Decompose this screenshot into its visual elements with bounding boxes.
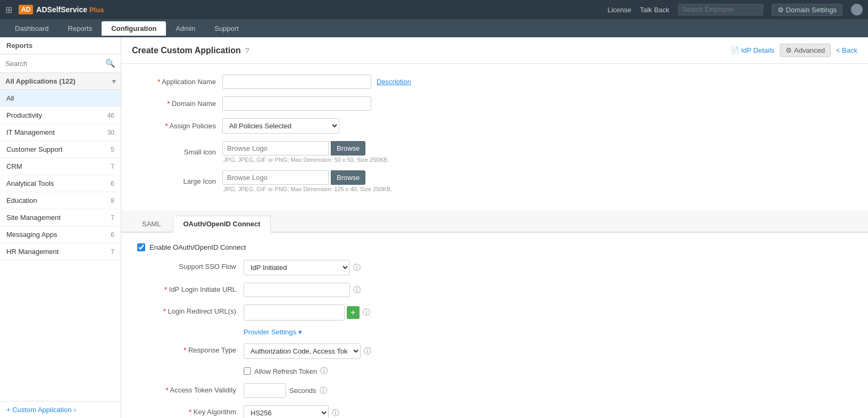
provider-settings-link[interactable]: Provider Settings ▾ bbox=[244, 328, 302, 336]
support-sso-info-icon[interactable]: ⓘ bbox=[353, 263, 361, 273]
tab-dashboard[interactable]: Dashboard bbox=[5, 21, 59, 36]
large-icon-browse-button[interactable]: Browse bbox=[331, 170, 365, 185]
sidebar-item-crm[interactable]: CRM 7 bbox=[0, 158, 121, 175]
search-icon: 🔍 bbox=[105, 59, 115, 68]
allow-refresh-token-checkbox[interactable] bbox=[244, 367, 251, 375]
response-type-info-icon[interactable]: ⓘ bbox=[364, 347, 371, 356]
domain-name-input[interactable] bbox=[222, 96, 371, 111]
large-icon-hint: JPG, JPEG, GIF or PNG; Max Dimension: 12… bbox=[223, 186, 392, 192]
advanced-label: Advanced bbox=[794, 46, 825, 54]
application-name-row: * Application Name Description bbox=[137, 75, 852, 89]
required-star7: * bbox=[166, 386, 169, 394]
required-star4: * bbox=[164, 285, 167, 293]
support-sso-select[interactable]: IdP Initiated SP Initiated bbox=[244, 260, 350, 275]
domain-settings-button[interactable]: ⚙ Domain Settings bbox=[772, 4, 842, 16]
sidebar-item-customer-support[interactable]: Customer Support 5 bbox=[0, 141, 121, 158]
login-redirect-control: + ⓘ bbox=[244, 305, 852, 321]
key-algorithm-select[interactable]: HS256 RS256 bbox=[244, 405, 329, 418]
response-type-row: * Response Type Authorization Code, Acce… bbox=[137, 343, 852, 359]
provider-settings-label: Provider Settings bbox=[244, 328, 296, 336]
sidebar-item-customer-support-count: 5 bbox=[111, 146, 114, 153]
sidebar-search-input[interactable] bbox=[5, 60, 105, 68]
access-token-validity-label: * Access Token Validity bbox=[137, 383, 244, 394]
sidebar-item-analytical-tools-label: Analytical Tools bbox=[6, 179, 54, 187]
tab-admin[interactable]: Admin bbox=[166, 21, 205, 36]
grid-icon[interactable]: ⊞ bbox=[5, 5, 12, 15]
tab-saml[interactable]: SAML bbox=[132, 216, 171, 232]
sidebar-item-analytical-tools[interactable]: Analytical Tools 6 bbox=[0, 175, 121, 192]
tab-configuration[interactable]: Configuration bbox=[102, 21, 166, 36]
sidebar-search-container: 🔍 bbox=[0, 54, 121, 73]
advanced-button[interactable]: ⚙ Advanced bbox=[780, 44, 831, 57]
assign-policies-label: * Assign Policies bbox=[137, 122, 222, 130]
assign-policies-row: * Assign Policies All Policies Selected … bbox=[137, 118, 852, 134]
sidebar-item-messaging-apps-count: 6 bbox=[111, 231, 114, 239]
tab-bar: SAML OAuth/OpenID Connect bbox=[121, 210, 868, 233]
domain-name-label: * Domain Name bbox=[137, 100, 222, 108]
support-sso-label: Support SSO Flow bbox=[137, 260, 244, 271]
response-type-control: Authorization Code, Access Token, ID ⓘ bbox=[244, 343, 852, 359]
user-avatar[interactable] bbox=[851, 4, 863, 15]
page-header-right: 📄 IdP Details ⚙ Advanced < Back bbox=[731, 44, 857, 57]
application-name-input[interactable] bbox=[222, 75, 371, 89]
key-algorithm-info-icon[interactable]: ⓘ bbox=[332, 408, 339, 418]
login-redirect-url-input[interactable] bbox=[244, 305, 345, 321]
domain-name-row: * Domain Name bbox=[137, 96, 852, 111]
add-url-button[interactable]: + bbox=[347, 306, 360, 319]
license-link[interactable]: License bbox=[607, 6, 631, 14]
sidebar-item-crm-label: CRM bbox=[6, 162, 22, 170]
url-add-row: + bbox=[244, 305, 360, 321]
tab-support[interactable]: Support bbox=[205, 21, 248, 36]
all-applications-header[interactable]: All Applications (122) ▾ bbox=[0, 73, 121, 90]
description-link[interactable]: Description bbox=[377, 78, 411, 86]
login-redirect-row: * Login Redirect URL(s) + ⓘ bbox=[137, 305, 852, 321]
small-icon-input[interactable] bbox=[222, 141, 329, 155]
login-redirect-label: * Login Redirect URL(s) bbox=[137, 305, 244, 315]
logo-text: ADSelfService Plus bbox=[36, 5, 104, 14]
tab-oauth[interactable]: OAuth/OpenID Connect bbox=[173, 216, 270, 233]
enable-oauth-row: Enable OAuth/OpenID Connect bbox=[137, 243, 852, 251]
sidebar-item-all[interactable]: All bbox=[0, 90, 121, 107]
idp-login-url-info-icon[interactable]: ⓘ bbox=[353, 285, 361, 295]
sidebar-item-site-management[interactable]: Site Management 7 bbox=[0, 209, 121, 226]
assign-policies-select[interactable]: All Policies Selected Custom bbox=[222, 118, 339, 134]
refresh-token-info-icon[interactable]: ⓘ bbox=[320, 366, 328, 376]
sidebar-item-messaging-apps[interactable]: Messaging Apps 6 bbox=[0, 226, 121, 243]
large-icon-wrapper: Browse JPG, JPEG, GIF or PNG; Max Dimens… bbox=[222, 170, 392, 192]
response-type-label: * Response Type bbox=[137, 343, 244, 354]
large-icon-input[interactable] bbox=[222, 170, 329, 185]
sidebar-item-hr-management[interactable]: HR Management 7 bbox=[0, 243, 121, 260]
access-token-validity-input[interactable] bbox=[244, 383, 286, 398]
talk-back-link[interactable]: Talk Back bbox=[640, 6, 670, 14]
idp-login-url-label: * IdP Login Initiate URL bbox=[137, 283, 244, 293]
required-star2: * bbox=[167, 100, 170, 108]
idp-details-button[interactable]: 📄 IdP Details bbox=[731, 46, 774, 54]
refresh-token-checkbox-row: Allow Refresh Token ⓘ bbox=[244, 366, 328, 376]
idp-login-url-input[interactable] bbox=[244, 283, 350, 297]
back-button[interactable]: < Back bbox=[836, 46, 857, 54]
all-applications-label: All Applications (122) bbox=[5, 77, 76, 85]
response-type-select[interactable]: Authorization Code, Access Token, ID bbox=[244, 343, 361, 359]
tab-reports[interactable]: Reports bbox=[59, 21, 102, 36]
enable-oauth-checkbox[interactable] bbox=[137, 243, 145, 251]
support-sso-row: Support SSO Flow IdP Initiated SP Initia… bbox=[137, 260, 852, 275]
search-employee-input[interactable] bbox=[678, 4, 763, 15]
sidebar-item-all-label: All bbox=[6, 94, 14, 102]
large-icon-label: Large Icon bbox=[137, 177, 222, 185]
dropdown-arrow-icon: ▾ bbox=[298, 328, 302, 336]
page-title: Create Custom Application bbox=[132, 46, 241, 55]
page-header-left: Create Custom Application ? bbox=[132, 46, 249, 55]
sidebar-item-it-management[interactable]: IT Management 30 bbox=[0, 124, 121, 141]
login-redirect-info-icon[interactable]: ⓘ bbox=[363, 308, 370, 317]
access-token-validity-info-icon[interactable]: ⓘ bbox=[320, 386, 327, 396]
sidebar-item-education[interactable]: Education 8 bbox=[0, 192, 121, 209]
small-icon-browse-button[interactable]: Browse bbox=[331, 141, 365, 155]
logo-icon: AD bbox=[19, 5, 33, 14]
sidebar-reports-header: Reports bbox=[0, 37, 121, 54]
small-icon-row: Small icon Browse JPG, JPEG, GIF or PNG;… bbox=[137, 141, 852, 163]
sidebar-item-productivity[interactable]: Productivity 46 bbox=[0, 107, 121, 124]
logo-plus: Plus bbox=[89, 6, 104, 14]
sidebar: Reports 🔍 All Applications (122) ▾ All P… bbox=[0, 37, 121, 418]
custom-application-link[interactable]: + Custom Application › bbox=[6, 406, 114, 414]
help-icon[interactable]: ? bbox=[245, 46, 249, 55]
